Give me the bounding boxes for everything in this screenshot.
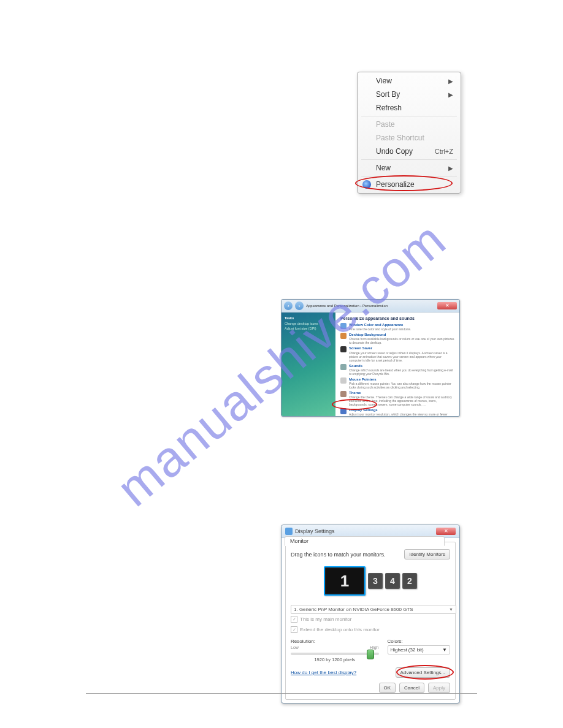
personalize-icon	[362, 180, 371, 189]
entry-desc: Adjust your monitor resolution, which ch…	[349, 412, 454, 417]
sidebar-header: Tasks	[285, 316, 332, 320]
personalize-entry[interactable]: Mouse PointersPick a different mouse poi…	[340, 377, 454, 389]
menu-item-personalize[interactable]: Personalize	[359, 178, 459, 191]
entry-title: Theme	[349, 391, 454, 395]
display-settings-dialog: Display Settings Monitor Drag the icons …	[281, 525, 460, 703]
drag-instruction-text: Drag the icons to match your monitors.	[291, 552, 386, 558]
checkbox-icon: ✓	[291, 626, 297, 633]
advanced-settings-button[interactable]: Advanced Settings...	[396, 667, 450, 678]
slider-max-label: High	[370, 645, 378, 650]
entry-icon	[340, 377, 347, 384]
nav-back-icon[interactable]: ‹	[284, 301, 293, 310]
close-icon[interactable]	[436, 528, 456, 535]
apply-button: Apply	[428, 683, 450, 693]
cancel-button[interactable]: Cancel	[399, 683, 424, 693]
page-title: Personalize appearance and sounds	[340, 316, 454, 320]
footer-rule	[86, 693, 477, 694]
entry-icon	[340, 333, 347, 339]
personalize-entry[interactable]: Screen SaverChange your screen saver or …	[340, 346, 454, 362]
entry-desc: Change your screen saver or adjust when …	[349, 351, 454, 362]
entry-desc: Pick a different mouse pointer. You can …	[349, 382, 454, 389]
help-link[interactable]: How do I get the best display?	[291, 670, 356, 675]
entry-title: Sounds	[349, 364, 454, 368]
entry-icon	[340, 364, 347, 370]
menu-item-shortcut: Ctrl+Z	[435, 148, 453, 155]
close-icon[interactable]	[437, 302, 457, 309]
monitor-box-3[interactable]: 3	[368, 573, 383, 589]
menu-item-paste-shortcut: Paste Shortcut	[359, 131, 459, 145]
sidebar-link[interactable]: Adjust font size (DPI)	[285, 327, 332, 330]
tab-monitor[interactable]: Monitor	[285, 536, 445, 546]
nav-forward-icon[interactable]: ›	[295, 301, 304, 310]
entry-icon	[340, 346, 347, 352]
sidebar-link[interactable]: Change desktop icons	[285, 322, 332, 325]
monitor-icon	[285, 528, 293, 535]
menu-item-paste: Paste	[359, 118, 459, 131]
checkbox-extend-desktop: ✓ Extend the desktop onto this monitor	[291, 626, 450, 633]
personalize-entry[interactable]: Window Color and AppearanceFine tune the…	[340, 323, 454, 331]
resolution-value: 1920 by 1200 pixels	[291, 657, 379, 662]
entry-title: Screen Saver	[349, 346, 454, 351]
personalize-entry[interactable]: Desktop BackgroundChoose from available …	[340, 333, 454, 344]
colors-label: Colors:	[388, 639, 451, 644]
menu-separator	[361, 116, 457, 116]
menu-item-new[interactable]: New ▶	[359, 161, 459, 175]
window-title: Display Settings	[295, 528, 335, 534]
identify-monitors-button[interactable]: Identify Monitors	[404, 549, 450, 559]
submenu-arrow-icon: ▶	[448, 78, 453, 85]
menu-item-undo-copy[interactable]: Undo Copy Ctrl+Z	[359, 145, 459, 158]
resolution-label: Resolution:	[291, 639, 379, 644]
checkbox-icon: ✓	[291, 616, 297, 623]
entry-title: Desktop Background	[349, 333, 454, 337]
dropdown-value: Highest (32 bit)	[391, 647, 424, 653]
checkbox-label: Extend the desktop onto this monitor	[300, 627, 380, 632]
menu-item-label: Paste	[376, 120, 395, 129]
breadcrumb[interactable]: Appearance and Personalization › Persona…	[306, 304, 388, 308]
chevron-down-icon: ▼	[449, 607, 453, 612]
entry-desc: Change which sounds are heard when you d…	[349, 368, 454, 376]
monitor-box-2[interactable]: 2	[402, 573, 417, 589]
menu-item-label: View	[376, 77, 392, 85]
menu-separator	[361, 176, 457, 176]
submenu-arrow-icon: ▶	[448, 91, 453, 98]
submenu-arrow-icon: ▶	[448, 165, 453, 172]
monitor-box-1[interactable]: 1	[324, 566, 366, 596]
monitor-box-4[interactable]: 4	[385, 573, 400, 589]
menu-item-label: Sort By	[376, 90, 400, 99]
window-titlebar: ‹ › Appearance and Personalization › Per…	[282, 300, 459, 313]
menu-separator	[361, 159, 457, 160]
personalize-entry[interactable]: SoundsChange which sounds are heard when…	[340, 364, 454, 376]
desktop-context-menu: View ▶ Sort By ▶ Refresh Paste Paste Sho…	[357, 72, 461, 194]
menu-item-sort-by[interactable]: Sort By ▶	[359, 88, 459, 101]
entry-icon	[340, 391, 347, 397]
annotation-circle	[332, 399, 377, 410]
menu-item-label: New	[376, 164, 391, 172]
dropdown-value: 1. Generic PnP Monitor on NVIDIA GeForce…	[294, 607, 413, 612]
entry-icon	[340, 323, 347, 329]
monitor-arrangement-area[interactable]: 1 3 4 2	[309, 563, 432, 599]
menu-item-label: Paste Shortcut	[376, 134, 424, 142]
entry-title: Window Color and Appearance	[349, 323, 411, 327]
resolution-slider[interactable]	[291, 653, 379, 655]
menu-item-label: Personalize	[376, 180, 415, 189]
personalization-window: ‹ › Appearance and Personalization › Per…	[281, 299, 460, 417]
menu-item-label: Undo Copy	[376, 147, 413, 156]
menu-item-view[interactable]: View ▶	[359, 74, 459, 88]
menu-item-refresh[interactable]: Refresh	[359, 101, 459, 115]
slider-min-label: Low	[291, 645, 299, 650]
sidebar: Tasks Change desktop icons Adjust font s…	[282, 313, 335, 417]
checkbox-label: This is my main monitor	[300, 616, 351, 622]
entry-desc: Fine tune the color and style of your wi…	[349, 327, 411, 331]
slider-knob[interactable]	[367, 650, 374, 659]
ok-button[interactable]: OK	[379, 683, 396, 693]
chevron-down-icon: ▼	[442, 647, 447, 653]
menu-item-label: Refresh	[376, 104, 402, 112]
entry-desc: Choose from available backgrounds or col…	[349, 337, 454, 344]
entry-title: Mouse Pointers	[349, 377, 454, 382]
monitor-select-dropdown[interactable]: 1. Generic PnP Monitor on NVIDIA GeForce…	[291, 605, 456, 614]
checkbox-main-monitor: ✓ This is my main monitor	[291, 616, 450, 623]
colors-dropdown[interactable]: Highest (32 bit) ▼	[388, 645, 451, 654]
